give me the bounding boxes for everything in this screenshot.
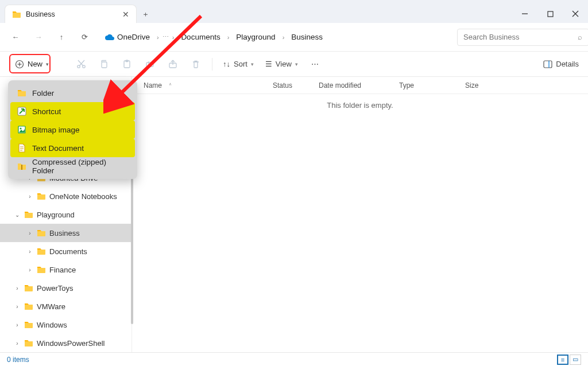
folder-icon xyxy=(24,320,33,329)
tree-item[interactable]: ⌄Playground xyxy=(0,205,131,224)
svg-rect-17 xyxy=(544,61,552,68)
col-name[interactable]: Name＾ xyxy=(144,81,273,89)
breadcrumb[interactable]: OneDrive › ⋯ › Documents › Playground › … xyxy=(98,30,454,44)
rename-button[interactable] xyxy=(140,55,160,73)
new-button[interactable]: New ▾ xyxy=(9,57,55,71)
folder-icon xyxy=(24,283,33,293)
tree-twisty-icon[interactable]: ⌄ xyxy=(14,212,21,218)
tree-item[interactable]: ›Windows xyxy=(0,316,131,334)
content-pane: Name＾ Status Date modified Type Size Thi… xyxy=(132,77,588,352)
tab-title: Business xyxy=(26,10,118,18)
tree-item[interactable]: ›WindowsPowerShell xyxy=(0,334,131,352)
window-tab[interactable]: Business ✕ xyxy=(5,5,137,23)
search-input[interactable] xyxy=(457,29,588,46)
tree-item[interactable]: ›Finance xyxy=(0,260,131,279)
view-toggles: ≡ ▭ xyxy=(557,355,581,365)
tree-twisty-icon[interactable]: › xyxy=(14,322,21,328)
folder-icon xyxy=(37,192,46,201)
folder-icon xyxy=(37,228,46,237)
new-tab-button[interactable]: ＋ xyxy=(137,6,154,23)
folder-icon xyxy=(37,247,46,256)
toolbar: New ▾ ↑↓ Sort ▾ ☰ View ▾ ⋯ Details xyxy=(0,52,588,77)
crumb-business[interactable]: Business xyxy=(288,30,326,44)
col-status[interactable]: Status xyxy=(273,81,319,89)
tree-label: OneNote Notebooks xyxy=(49,192,117,201)
svg-rect-14 xyxy=(146,63,153,67)
maximize-button[interactable] xyxy=(537,5,563,23)
divider xyxy=(212,58,212,71)
chevron-right-icon: › xyxy=(227,34,230,41)
dropdown-item[interactable]: Compressed (zipped) Folder xyxy=(10,157,135,176)
more-button[interactable]: ⋯ xyxy=(305,55,326,73)
folder-icon xyxy=(17,88,26,98)
svg-rect-25 xyxy=(21,165,22,170)
paste-button[interactable] xyxy=(117,55,137,73)
tree-label: WindowsPowerShell xyxy=(37,339,105,348)
tree-twisty-icon[interactable]: › xyxy=(14,340,21,346)
folder-icon xyxy=(24,338,33,348)
details-view-toggle[interactable]: ≡ xyxy=(557,355,568,365)
tree-item[interactable]: ›Business xyxy=(0,224,131,242)
dropdown-label: Bitmap image xyxy=(32,126,80,134)
empty-message: This folder is empty. xyxy=(132,94,588,110)
refresh-button[interactable]: ⟳ xyxy=(75,28,94,47)
tree-twisty-icon[interactable]: › xyxy=(14,303,21,310)
folder-tree: ›Mounted Drive›OneNote Notebooks⌄Playgro… xyxy=(0,169,131,352)
dropdown-label: Folder xyxy=(32,89,54,98)
col-type[interactable]: Type xyxy=(399,81,465,89)
tree-item[interactable]: ›VMWare xyxy=(0,297,131,316)
tree-item[interactable]: ›Documents xyxy=(0,242,131,260)
share-button[interactable] xyxy=(163,55,183,73)
delete-button[interactable] xyxy=(185,55,206,73)
folder-icon xyxy=(37,265,46,274)
sort-icon: ↑↓ xyxy=(223,60,230,68)
tree-twisty-icon[interactable]: › xyxy=(26,193,33,200)
sidebar-scrollbar[interactable] xyxy=(131,163,133,324)
view-button[interactable]: ☰ View ▾ xyxy=(261,57,303,71)
sort-indicator-icon: ＾ xyxy=(168,81,173,89)
details-button[interactable]: Details xyxy=(543,60,579,68)
tree-label: VMWare xyxy=(37,302,65,311)
tree-label: Playground xyxy=(37,211,75,219)
folder-icon xyxy=(12,10,21,19)
chevron-right-icon: › xyxy=(283,34,285,41)
address-bar: ← → ↑ ⟳ OneDrive › ⋯ › Documents › Playg… xyxy=(0,23,588,52)
col-size[interactable]: Size xyxy=(465,81,511,89)
tree-twisty-icon[interactable]: › xyxy=(26,267,33,273)
shortcut-icon xyxy=(17,107,26,116)
copy-button[interactable] xyxy=(94,55,114,73)
forward-button[interactable]: → xyxy=(29,28,48,47)
tree-twisty-icon[interactable]: › xyxy=(14,285,21,291)
tree-twisty-icon[interactable]: › xyxy=(26,248,33,255)
onedrive-icon xyxy=(105,34,115,41)
dropdown-item[interactable]: Text Document xyxy=(10,139,135,157)
search-icon[interactable]: ⌕ xyxy=(578,33,582,41)
col-date[interactable]: Date modified xyxy=(319,81,399,89)
bitmap-icon xyxy=(17,125,26,134)
minimize-button[interactable] xyxy=(512,5,537,23)
tree-item[interactable]: ›OneNote Notebooks xyxy=(0,187,131,205)
back-button[interactable]: ← xyxy=(6,28,25,47)
titlebar: Business ✕ ＋ xyxy=(0,0,588,23)
crumb-onedrive[interactable]: OneDrive xyxy=(101,30,153,44)
tree-item[interactable]: ›PowerToys xyxy=(0,279,131,297)
dropdown-item[interactable]: Shortcut xyxy=(10,102,135,120)
dropdown-label: Compressed (zipped) Folder xyxy=(32,158,128,175)
tree-label: Documents xyxy=(49,247,87,256)
chevron-down-icon: ▾ xyxy=(46,61,49,67)
close-button[interactable] xyxy=(563,5,588,23)
cut-button[interactable] xyxy=(71,55,91,73)
crumb-playground[interactable]: Playground xyxy=(233,30,278,44)
dropdown-label: Shortcut xyxy=(32,107,61,116)
sort-button[interactable]: ↑↓ Sort ▾ xyxy=(218,57,258,71)
tree-twisty-icon[interactable]: › xyxy=(26,230,33,236)
thumbnails-view-toggle[interactable]: ▭ xyxy=(570,355,581,365)
up-button[interactable]: ↑ xyxy=(52,28,71,47)
overflow-icon[interactable]: ⋯ xyxy=(163,33,169,41)
dropdown-item[interactable]: Bitmap image xyxy=(10,120,135,139)
dropdown-item[interactable]: Folder xyxy=(10,84,135,102)
close-tab-icon[interactable]: ✕ xyxy=(122,10,129,19)
svg-rect-1 xyxy=(548,11,553,17)
plus-circle-icon xyxy=(15,60,24,69)
crumb-documents[interactable]: Documents xyxy=(177,30,223,44)
